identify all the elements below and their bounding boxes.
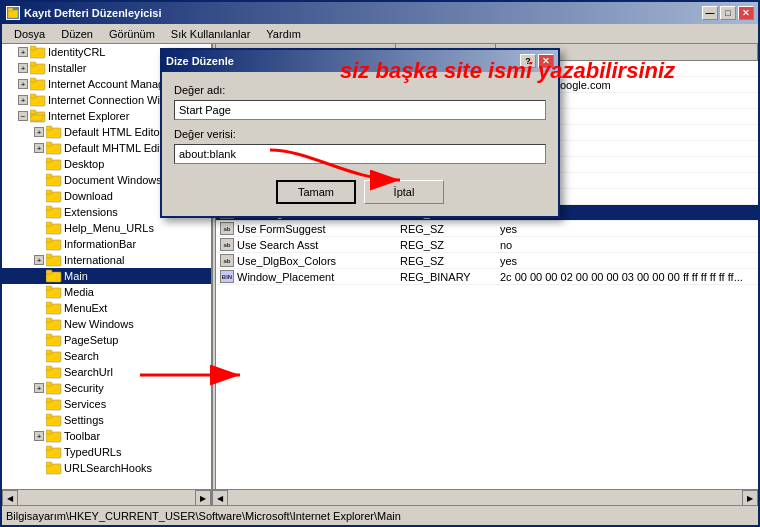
tree-item-newwindows[interactable]: New Windows: [2, 316, 211, 332]
folder-icon-installer: [30, 61, 46, 75]
tree-item-toolbar[interactable]: + Toolbar: [2, 428, 211, 444]
dialog-help-button[interactable]: ?: [520, 54, 536, 68]
menu-item-düzen[interactable]: Düzen: [53, 26, 101, 42]
folder-icon-international: [46, 253, 62, 267]
folder-icon-defaulthtmleditor: [46, 125, 62, 139]
tree-label-documentwindows: Document Windows: [64, 174, 162, 186]
tree-item-main[interactable]: Main: [2, 268, 211, 284]
dialog-value-data-label: Değer verisi:: [174, 128, 546, 140]
folder-icon-urlsearchhooks: [46, 461, 62, 475]
menu-item-dosya[interactable]: Dosya: [6, 26, 53, 42]
tree-item-informationbar[interactable]: InformationBar: [2, 236, 211, 252]
tree-label-extensions: Extensions: [64, 206, 118, 218]
minimize-button[interactable]: —: [702, 6, 718, 20]
expand-btn-toolbar[interactable]: +: [34, 431, 44, 441]
svg-rect-52: [46, 430, 52, 434]
table-row[interactable]: ab Use FormSuggest REG_SZ yes: [216, 221, 758, 237]
menu-item-sık kullanılanlar[interactable]: Sık Kullanılanlar: [163, 26, 259, 42]
close-button[interactable]: ✕: [738, 6, 754, 20]
folder-icon-services: [46, 397, 62, 411]
tree-item-search[interactable]: Search: [2, 348, 211, 364]
folder-icon-media: [46, 285, 62, 299]
tree-item-typedurls[interactable]: TypedURLs: [2, 444, 211, 460]
expand-btn-security[interactable]: +: [34, 383, 44, 393]
svg-rect-34: [46, 286, 52, 290]
svg-rect-1: [8, 8, 13, 11]
expand-btn-identitycrl[interactable]: +: [18, 47, 28, 57]
expand-btn-defaulthtmleditor[interactable]: +: [34, 127, 44, 137]
tree-item-urlsearchhooks[interactable]: URLSearchHooks: [2, 460, 211, 476]
dialog-cancel-button[interactable]: İptal: [364, 180, 444, 204]
tree-item-searchurl[interactable]: SearchUrl: [2, 364, 211, 380]
folder-icon-documentwindows: [46, 173, 62, 187]
dialog-ok-button[interactable]: Tamam: [276, 180, 356, 204]
dialog-close-button[interactable]: ✕: [538, 54, 554, 68]
cell-veri: 2c 00 00 00 02 00 00 00 03 00 00 00 ff f…: [496, 271, 758, 283]
dialog-title-bar: Dize Düzenle ? ✕: [162, 50, 558, 72]
row-icon: ab: [220, 238, 234, 251]
expand-btn-international[interactable]: +: [34, 255, 44, 265]
folder-icon-toolbar: [46, 429, 62, 443]
tree-label-typedurls: TypedURLs: [64, 446, 121, 458]
menu-item-görünüm[interactable]: Görünüm: [101, 26, 163, 42]
expand-btn-installer[interactable]: +: [18, 63, 28, 73]
window-title: Kayıt Defteri Düzenleyicisi: [24, 7, 162, 19]
table-row[interactable]: BIN Window_Placement REG_BINARY 2c 00 00…: [216, 269, 758, 285]
cell-ad: ab Use_DlgBox_Colors: [216, 254, 396, 267]
folder-icon-helpmenuurls: [46, 221, 62, 235]
expand-btn-defaultmhtmleditor[interactable]: +: [34, 143, 44, 153]
tree-label-installer: Installer: [48, 62, 87, 74]
expand-btn-internetaccountmanager[interactable]: +: [18, 79, 28, 89]
expand-btn-internetexplorer[interactable]: −: [18, 111, 28, 121]
right-scroll-left[interactable]: ◀: [212, 490, 228, 506]
right-scroll-right[interactable]: ▶: [742, 490, 758, 506]
cell-ad: BIN Window_Placement: [216, 270, 396, 283]
cell-tur: REG_SZ: [396, 239, 496, 251]
folder-icon-newwindows: [46, 317, 62, 331]
tree-item-helpmenuurls[interactable]: Help_Menu_URLs: [2, 220, 211, 236]
svg-rect-20: [46, 174, 52, 178]
dialog-body: Değer adı: Değer verisi: Tamam İptal: [162, 72, 558, 216]
folder-icon-typedurls: [46, 445, 62, 459]
cell-tur: REG_SZ: [396, 223, 496, 235]
table-row[interactable]: ab Use_DlgBox_Colors REG_SZ yes: [216, 253, 758, 269]
right-scroll-track[interactable]: [228, 490, 742, 505]
folder-icon-desktop: [46, 157, 62, 171]
table-row[interactable]: ab Use Search Asst REG_SZ no: [216, 237, 758, 253]
svg-rect-18: [46, 158, 52, 162]
tree-label-pagesetup: PageSetup: [64, 334, 118, 346]
tree-item-settings[interactable]: Settings: [2, 412, 211, 428]
expand-btn-internetconnectionwizard[interactable]: +: [18, 95, 28, 105]
maximize-button[interactable]: □: [720, 6, 736, 20]
tree-item-media[interactable]: Media: [2, 284, 211, 300]
cell-ad: ab Use FormSuggest: [216, 222, 396, 235]
dialog-value-data-input[interactable]: [174, 144, 546, 164]
tree-item-pagesetup[interactable]: PageSetup: [2, 332, 211, 348]
svg-rect-56: [46, 462, 52, 466]
tree-scroll-track[interactable]: [18, 490, 195, 505]
tree-label-security: Security: [64, 382, 104, 394]
tree-item-menuext[interactable]: MenuExt: [2, 300, 211, 316]
tree-hscroll: ◀ ▶: [2, 490, 212, 505]
tree-item-services[interactable]: Services: [2, 396, 211, 412]
svg-rect-5: [30, 62, 36, 66]
menu-bar: DosyaDüzenGörünümSık KullanılanlarYardım: [2, 24, 758, 44]
tree-label-urlsearchhooks: URLSearchHooks: [64, 462, 152, 474]
folder-icon-searchurl: [46, 365, 62, 379]
menu-item-yardım[interactable]: Yardım: [258, 26, 309, 42]
tree-label-international: International: [64, 254, 125, 266]
folder-icon-settings: [46, 413, 62, 427]
tree-item-security[interactable]: + Security: [2, 380, 211, 396]
tree-item-international[interactable]: + International: [2, 252, 211, 268]
row-icon: ab: [220, 222, 234, 235]
tree-label-services: Services: [64, 398, 106, 410]
tree-scroll-left[interactable]: ◀: [2, 490, 18, 506]
tree-scroll-right[interactable]: ▶: [195, 490, 211, 506]
tree-label-informationbar: InformationBar: [64, 238, 136, 250]
folder-icon-search: [46, 349, 62, 363]
dialog-value-name-input[interactable]: [174, 100, 546, 120]
right-hscroll: ◀ ▶: [212, 490, 758, 505]
svg-rect-22: [46, 190, 52, 194]
dialog: Dize Düzenle ? ✕ Değer adı: Değer verisi…: [160, 48, 560, 218]
cell-tur: REG_BINARY: [396, 271, 496, 283]
